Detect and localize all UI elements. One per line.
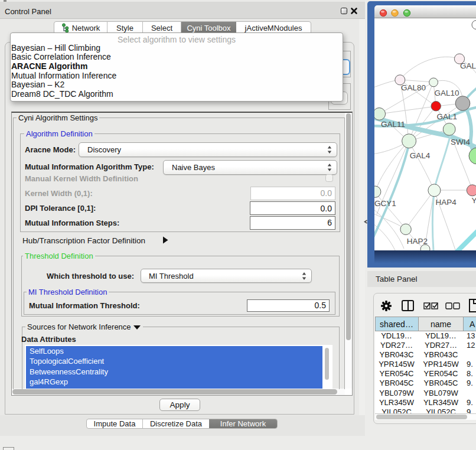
- svg-text:GAL80: GAL80: [401, 83, 426, 92]
- svg-text:GAL1: GAL1: [437, 112, 458, 121]
- svg-text:GAL4: GAL4: [410, 151, 431, 160]
- svg-text:GCY1: GCY1: [374, 199, 396, 208]
- svg-text:SWI4: SWI4: [451, 138, 470, 146]
- svg-text:GAL10: GAL10: [435, 89, 459, 97]
- svg-text:GAL11: GAL11: [381, 120, 405, 129]
- svg-text:Y: Y: [472, 196, 476, 205]
- svg-text:HAP2: HAP2: [407, 237, 428, 246]
- svg-text:GAL7: GAL7: [460, 61, 476, 70]
- svg-text:HAP4: HAP4: [435, 198, 457, 207]
